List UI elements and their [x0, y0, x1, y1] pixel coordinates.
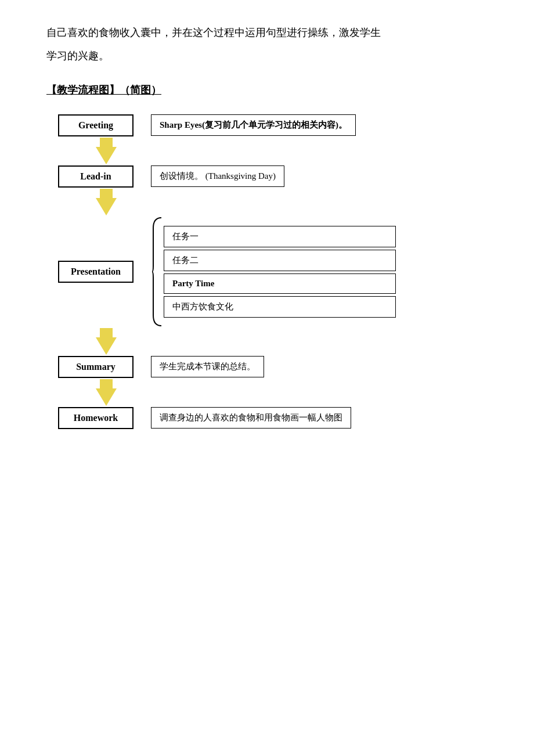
- greeting-box: Greeting: [58, 114, 134, 136]
- homework-row: Homework 调查身边的人喜欢的食物和用食物画一幅人物图: [58, 407, 488, 429]
- leadin-box: Lead-in: [58, 165, 134, 188]
- intro-line1: 自己喜欢的食物收入囊中，并在这个过程中运用句型进行操练，激发学生: [46, 23, 488, 42]
- arrow-2: [96, 189, 117, 215]
- arrow-stem-3: [100, 328, 113, 337]
- intro-paragraph: 自己喜欢的食物收入囊中，并在这个过程中运用句型进行操练，激发学生 学习的兴趣。: [46, 23, 488, 66]
- summary-right: 学生完成本节课的总结。: [151, 356, 264, 377]
- leadin-row: Lead-in 创设情境。 (Thanksgiving Day): [58, 165, 488, 188]
- subbox-1: 任务一: [164, 226, 396, 247]
- summary-row: Summary 学生完成本节课的总结。: [58, 356, 488, 378]
- arrow-4: [96, 379, 117, 406]
- presentation-right-group: 任务一 任务二 Party Time 中西方饮食文化: [151, 217, 396, 327]
- presentation-row: Presentation 任务一 任务二 Party Time 中西方饮食文化: [58, 217, 488, 327]
- arrow-stem-4: [100, 379, 113, 388]
- presentation-sub-boxes: 任务一 任务二 Party Time 中西方饮食文化: [164, 226, 396, 318]
- subbox-3: Party Time: [164, 273, 396, 294]
- arrow-1: [96, 138, 117, 164]
- arrow-stem-2: [100, 189, 113, 198]
- arrow-3: [96, 328, 117, 355]
- section-title: 【教学流程图】（简图）: [46, 83, 488, 97]
- summary-box: Summary: [58, 356, 134, 378]
- greeting-right: Sharp Eyes(复习前几个单元学习过的相关内容)。: [151, 114, 356, 136]
- arrow-head-2: [96, 198, 117, 215]
- subbox-4: 中西方饮食文化: [164, 296, 396, 318]
- homework-box: Homework: [58, 407, 134, 429]
- arrow-head-4: [96, 388, 117, 406]
- presentation-box: Presentation: [58, 261, 134, 283]
- subbox-2: 任务二: [164, 250, 396, 271]
- arrow-head-3: [96, 337, 117, 355]
- arrow-stem-1: [100, 138, 113, 147]
- homework-right: 调查身边的人喜欢的食物和用食物画一幅人物图: [151, 407, 351, 429]
- leadin-right: 创设情境。 (Thanksgiving Day): [151, 165, 284, 187]
- arrow-head-1: [96, 147, 117, 164]
- greeting-row: Greeting Sharp Eyes(复习前几个单元学习过的相关内容)。: [58, 114, 488, 136]
- brace-icon: [151, 217, 163, 327]
- intro-line2: 学习的兴趣。: [46, 46, 488, 65]
- flowchart: Greeting Sharp Eyes(复习前几个单元学习过的相关内容)。 Le…: [58, 114, 488, 429]
